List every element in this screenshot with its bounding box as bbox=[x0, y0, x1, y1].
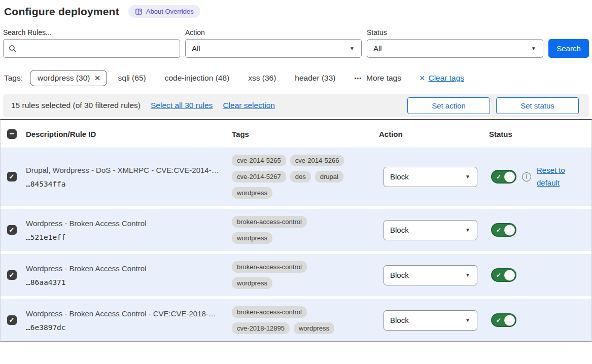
tag-filter-link[interactable]: code-injection (48) bbox=[165, 74, 230, 82]
status-filter-label: Status bbox=[367, 28, 543, 37]
reset-to-default-link[interactable]: Reset to default bbox=[537, 164, 570, 190]
row-checkbox[interactable]: ✓ bbox=[7, 225, 17, 235]
status-filter-select[interactable]: All ▼ bbox=[367, 39, 543, 58]
search-button[interactable]: Search bbox=[548, 39, 589, 58]
action-select-value: Block bbox=[390, 226, 409, 234]
status-toggle[interactable]: ✓ bbox=[491, 223, 516, 237]
more-tags-button[interactable]: ••• More tags bbox=[354, 74, 401, 83]
selected-tag-chip[interactable]: wordpress (30) × bbox=[30, 70, 107, 86]
rule-id: …6e3897dc bbox=[26, 323, 223, 332]
tag-filter-link[interactable]: sqli (65) bbox=[118, 74, 146, 82]
clear-selection-link[interactable]: Clear selection bbox=[223, 101, 275, 110]
rule-id: …521e1eff bbox=[26, 233, 223, 241]
table-row: ✓ Wordpress - Broken Access Control …86a… bbox=[1, 254, 591, 296]
action-filter-label: Action bbox=[185, 28, 362, 37]
search-icon bbox=[9, 45, 17, 53]
page-header: Configure deployment About Overrides bbox=[0, 5, 592, 18]
action-select[interactable]: Block ▼ bbox=[384, 265, 477, 285]
select-all-link[interactable]: Select all 30 rules bbox=[151, 101, 213, 110]
filters-row: Search Rules... Action All ▼ Status All … bbox=[0, 28, 592, 58]
table-header: Description/Rule ID Tags Action Status bbox=[1, 120, 591, 148]
search-input[interactable] bbox=[21, 44, 175, 53]
chevron-down-icon: ▼ bbox=[465, 318, 470, 323]
rule-tags: broken-access-controlwordpress bbox=[229, 216, 351, 244]
tags-bar: Tags: wordpress (30) × sqli (65)code-inj… bbox=[0, 70, 592, 86]
column-header-status: Status bbox=[485, 130, 591, 138]
toggle-knob bbox=[504, 315, 515, 325]
search-label: Search Rules... bbox=[3, 28, 180, 37]
more-tags-label: More tags bbox=[366, 74, 401, 83]
row-checkbox[interactable]: ✓ bbox=[7, 270, 17, 280]
tag-links: sqli (65)code-injection (48)xss (36)head… bbox=[118, 74, 355, 83]
status-toggle[interactable]: ✓ bbox=[491, 313, 516, 327]
table-row: ✓ Wordpress - Broken Access Control - CV… bbox=[1, 299, 591, 341]
info-icon[interactable]: i bbox=[522, 172, 531, 181]
action-filter-select[interactable]: All ▼ bbox=[185, 39, 362, 58]
clear-tags-label: Clear tags bbox=[428, 74, 464, 83]
tags-label: Tags: bbox=[4, 74, 23, 83]
action-select[interactable]: Block ▼ bbox=[384, 310, 477, 331]
selected-tag-label: wordpress (30) bbox=[38, 74, 90, 83]
tag-filter-link[interactable]: xss (36) bbox=[248, 74, 276, 82]
action-select-value: Block bbox=[390, 271, 409, 279]
set-status-button[interactable]: Set status bbox=[496, 97, 579, 114]
check-icon: ✓ bbox=[9, 272, 15, 278]
chevron-down-icon: ▼ bbox=[350, 46, 355, 51]
row-checkbox[interactable]: ✓ bbox=[7, 172, 17, 181]
chevron-down-icon: ▼ bbox=[531, 46, 536, 51]
table-body: ✓ Drupal, Wordpress - DoS - XMLRPC - CVE… bbox=[1, 148, 591, 341]
chevron-down-icon: ▼ bbox=[465, 273, 470, 278]
rule-description: Drupal, Wordpress - DoS - XMLRPC - CVE:C… bbox=[26, 166, 223, 174]
selection-summary: 15 rules selected (of 30 filtered rules) bbox=[11, 101, 141, 110]
toggle-knob bbox=[504, 171, 515, 182]
tag-chip: broken-access-control bbox=[232, 261, 307, 273]
rule-id: …86aa4371 bbox=[26, 278, 223, 286]
tag-chip: broken-access-control bbox=[232, 216, 307, 228]
page-title: Configure deployment bbox=[4, 6, 119, 18]
remove-tag-icon[interactable]: × bbox=[94, 74, 100, 82]
status-filter-value: All bbox=[373, 44, 382, 53]
action-filter-value: All bbox=[192, 44, 200, 53]
toggle-knob bbox=[504, 225, 515, 235]
action-select[interactable]: Block ▼ bbox=[384, 167, 477, 187]
table-row: ✓ Drupal, Wordpress - DoS - XMLRPC - CVE… bbox=[1, 148, 591, 206]
about-overrides-badge[interactable]: About Overrides bbox=[128, 5, 200, 18]
action-select-value: Block bbox=[390, 172, 409, 181]
selection-bar: 15 rules selected (of 30 filtered rules)… bbox=[3, 94, 589, 117]
tag-chip: cve-2014-5266 bbox=[290, 155, 344, 166]
select-all-checkbox[interactable] bbox=[7, 129, 17, 139]
check-icon: ✓ bbox=[496, 317, 501, 323]
clear-tags-link[interactable]: × Clear tags bbox=[420, 74, 464, 83]
rule-tags: cve-2014-5265cve-2014-5266cve-2014-5267d… bbox=[229, 155, 351, 199]
action-select-value: Block bbox=[390, 316, 409, 324]
status-toggle[interactable]: ✓ bbox=[491, 268, 516, 282]
rule-tags: broken-access-controlcve-2018-12895wordp… bbox=[229, 306, 351, 334]
column-header-action: Action bbox=[376, 130, 485, 138]
tag-chip: cve-2014-5267 bbox=[232, 171, 286, 183]
set-action-button[interactable]: Set action bbox=[407, 97, 490, 114]
tag-chip: wordpress bbox=[232, 232, 272, 244]
column-header-description: Description/Rule ID bbox=[23, 130, 229, 138]
status-toggle[interactable]: ✓ bbox=[491, 170, 516, 184]
tag-chip: wordpress bbox=[232, 277, 272, 289]
row-checkbox[interactable]: ✓ bbox=[7, 315, 17, 325]
rule-description: Wordpress - Broken Access Control bbox=[26, 219, 223, 228]
tag-chip: cve-2014-5265 bbox=[232, 155, 286, 166]
rules-table: Description/Rule ID Tags Action Status ✓… bbox=[0, 119, 592, 342]
tag-filter-link[interactable]: header (33) bbox=[295, 74, 335, 82]
check-icon: ✓ bbox=[496, 174, 501, 180]
close-icon: × bbox=[420, 75, 425, 82]
badge-label: About Overrides bbox=[146, 8, 194, 15]
action-select[interactable]: Block ▼ bbox=[384, 220, 477, 240]
check-icon: ✓ bbox=[9, 173, 15, 180]
tag-chip: broken-access-control bbox=[232, 306, 307, 318]
tag-chip: dos bbox=[290, 171, 311, 183]
check-icon: ✓ bbox=[9, 227, 15, 233]
tag-chip: drupal bbox=[315, 171, 343, 183]
check-icon: ✓ bbox=[496, 272, 501, 278]
ellipsis-icon: ••• bbox=[354, 75, 362, 81]
chevron-down-icon: ▼ bbox=[465, 174, 470, 179]
rule-description: Wordpress - Broken Access Control - CVE:… bbox=[26, 309, 223, 318]
check-icon: ✓ bbox=[496, 227, 501, 233]
check-icon: ✓ bbox=[9, 317, 15, 323]
